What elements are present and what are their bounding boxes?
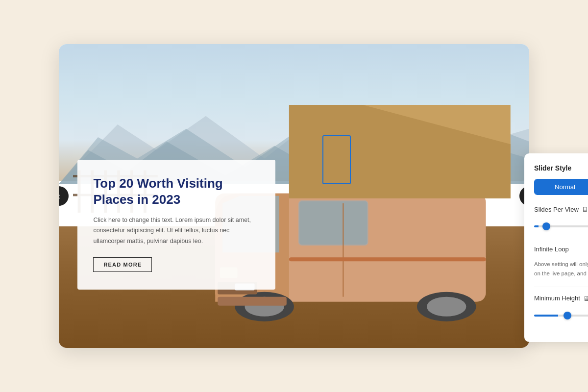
slides-per-view-slider[interactable] bbox=[534, 225, 588, 227]
slider-style-tabs: Normal Focus bbox=[534, 179, 588, 195]
monitor-icon: 🖥 bbox=[582, 205, 588, 213]
svg-rect-14 bbox=[289, 257, 486, 261]
prev-slide-button[interactable]: ‹ bbox=[59, 186, 69, 206]
minimum-height-label: Minimum Height 🖥 bbox=[534, 294, 588, 302]
main-card: Top 20 Worth Visiting Places in 2023 Cli… bbox=[59, 44, 529, 348]
panel-title: Slider Style bbox=[534, 164, 588, 172]
text-overlay: Top 20 Worth Visiting Places in 2023 Cli… bbox=[77, 160, 275, 290]
read-more-button[interactable]: READ MORE bbox=[93, 257, 152, 272]
slides-per-view-slider-row: 1 bbox=[534, 219, 588, 234]
slides-per-view-label: Slides Per View 🖥 bbox=[534, 205, 588, 213]
infinite-loop-row: Infinite Loop bbox=[534, 243, 588, 255]
chevron-left-icon: ‹ bbox=[59, 191, 60, 201]
slides-per-view-row: Slides Per View 🖥 ↺ bbox=[534, 205, 588, 214]
svg-rect-4 bbox=[299, 201, 368, 245]
monitor-icon-2: 🖥 bbox=[583, 294, 588, 302]
tab-normal[interactable]: Normal bbox=[535, 179, 588, 195]
infinite-loop-info: Above setting will only take effect once… bbox=[534, 260, 588, 278]
divider bbox=[534, 287, 588, 287]
settings-panel: Slider Style Normal Focus Slides Per Vie… bbox=[524, 153, 588, 342]
infinite-loop-label: Infinite Loop bbox=[534, 245, 569, 253]
slide-description: Click here to change this text. Lorem ip… bbox=[93, 215, 259, 246]
svg-rect-10 bbox=[218, 297, 287, 306]
minimum-height-row: Minimum Height 🖥 ↺ bbox=[534, 294, 588, 303]
minimum-height-slider[interactable] bbox=[534, 315, 588, 317]
minimum-height-slider-row: 350 bbox=[534, 308, 588, 323]
slider-area: Top 20 Worth Visiting Places in 2023 Cli… bbox=[59, 44, 529, 348]
svg-point-9 bbox=[427, 297, 466, 317]
slide-title: Top 20 Worth Visiting Places in 2023 bbox=[93, 175, 259, 209]
